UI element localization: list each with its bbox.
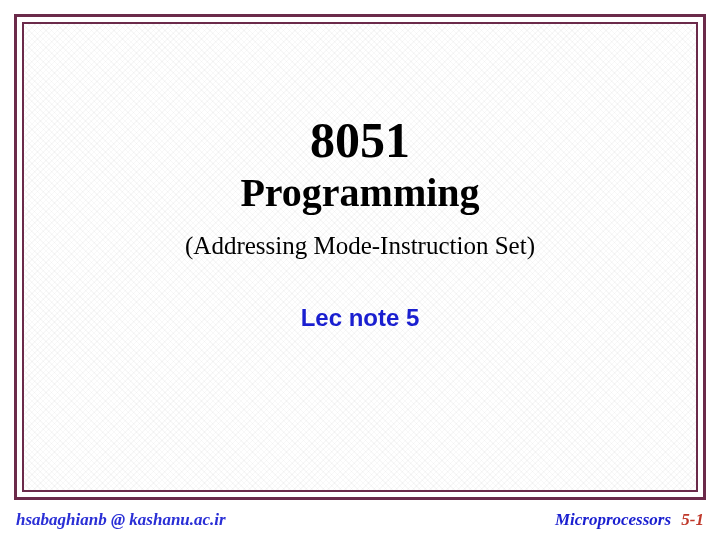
title-line-1: 8051 bbox=[310, 114, 410, 167]
footer-course: Microprocessors bbox=[555, 510, 671, 529]
footer-right: Microprocessors 5-1 bbox=[555, 510, 704, 530]
footer-page-number: 5-1 bbox=[681, 510, 704, 529]
lecture-note-label: Lec note 5 bbox=[301, 304, 420, 332]
footer: hsabaghianb @ kashanu.ac.ir Microprocess… bbox=[16, 510, 704, 530]
subtitle: (Addressing Mode-Instruction Set) bbox=[185, 232, 535, 260]
title-line-2: Programming bbox=[240, 169, 479, 216]
footer-author: hsabaghianb @ kashanu.ac.ir bbox=[16, 510, 226, 530]
slide-frame-outer: 8051 Programming (Addressing Mode-Instru… bbox=[14, 14, 706, 500]
slide-frame-inner: 8051 Programming (Addressing Mode-Instru… bbox=[22, 22, 698, 492]
slide-content: 8051 Programming (Addressing Mode-Instru… bbox=[24, 24, 696, 490]
